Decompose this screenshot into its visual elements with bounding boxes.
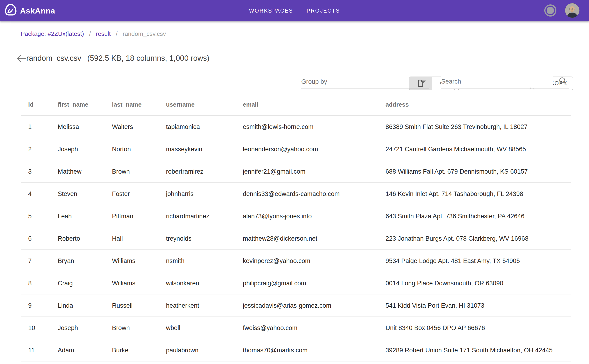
csv-table: id first_name last_name username email a… <box>21 93 571 361</box>
caret-down-icon <box>422 80 426 83</box>
cell-address: 9534 Paige Lodge Apt. 481 East Amy, TX 5… <box>386 250 520 272</box>
cell-address: 24721 Cantrell Gardens Michaelmouth, WV … <box>386 138 526 160</box>
cell-username: johnharris <box>166 183 194 205</box>
group-by-select[interactable]: Group by <box>301 75 429 88</box>
cell-last_name: Pittman <box>112 205 133 228</box>
table-row: 6RobertoHalltreynoldsmatthew28@dickerson… <box>21 228 571 250</box>
breadcrumb-current-file: random_csv.csv <box>123 30 166 38</box>
cell-email: philipcraig@gmail.com <box>243 272 306 294</box>
cell-first_name: Matthew <box>58 160 81 183</box>
cell-username: robertramirez <box>166 160 203 183</box>
user-avatar[interactable] <box>565 3 579 18</box>
group-by-label: Group by <box>301 78 327 85</box>
cell-first_name: Melissa <box>58 116 79 138</box>
table-row: 4StevenFosterjohnharrisdennis33@edwards-… <box>21 183 571 205</box>
cell-first_name: Linda <box>58 294 73 317</box>
nav-workspaces[interactable]: WORKSPACES <box>249 8 293 14</box>
breadcrumb-separator: / <box>89 30 91 38</box>
cell-username: paulabrown <box>166 339 199 361</box>
breadcrumb: Package: #2ZUx(latest) / result / random… <box>21 21 166 46</box>
column-header-address[interactable]: address <box>386 93 409 116</box>
cell-address: Unit 8340 Box 0456 DPO AP 66676 <box>386 317 485 339</box>
cell-username: wilsonkaren <box>166 272 199 294</box>
cell-email: dennis33@edwards-camacho.com <box>243 183 340 205</box>
cell-id: 11 <box>28 339 35 361</box>
cell-username: heatherkent <box>166 294 199 317</box>
ring-icon[interactable] <box>544 4 556 17</box>
cell-address: 223 Jonathan Burgs Apt. 078 Clarkberg, W… <box>386 228 529 250</box>
cell-first_name: Roberto <box>58 228 80 250</box>
brand-name[interactable]: AskAnna <box>20 0 55 21</box>
cell-address: 86389 Smith Flat Suite 263 Trevinoburgh,… <box>386 116 528 138</box>
table-row: 10JosephBrownwbellfweiss@yahoo.comUnit 8… <box>21 317 571 339</box>
cell-id: 1 <box>28 116 32 138</box>
cell-id: 7 <box>28 250 32 272</box>
cell-address: 688 Williams Fall Apt. 679 Dennismouth, … <box>386 160 528 183</box>
cell-last_name: Brown <box>112 160 130 183</box>
askanna-hood-icon[interactable] <box>3 3 18 18</box>
cell-email: alan73@lyons-jones.info <box>243 205 312 228</box>
cell-first_name: Steven <box>58 183 77 205</box>
arrow-left-icon[interactable] <box>16 53 26 64</box>
cell-first_name: Bryan <box>58 250 74 272</box>
search-input[interactable] <box>441 75 553 87</box>
table-header-row: id first_name last_name username email a… <box>21 93 571 116</box>
cell-username: treynolds <box>166 228 192 250</box>
cell-id: 10 <box>28 317 35 339</box>
table-row: 8CraigWilliamswilsonkarenphilipcraig@gma… <box>21 272 571 294</box>
cell-address: 39289 Robert Union Suite 171 South Micha… <box>386 339 552 361</box>
table-row: 9LindaRussellheatherkentjessicadavis@ari… <box>21 294 571 317</box>
cell-email: esmith@lewis-horne.com <box>243 116 314 138</box>
cell-first_name: Joseph <box>58 138 78 160</box>
cell-last_name: Williams <box>112 272 136 294</box>
cell-id: 8 <box>28 272 32 294</box>
cell-username: richardmartinez <box>166 205 209 228</box>
cell-last_name: Brown <box>112 317 130 339</box>
table-row: 7BryanWilliamsnsmithkevinperez@yahoo.com… <box>21 250 571 272</box>
table-row: 11AdamBurkepaulabrownthomas70@marks.com3… <box>21 339 571 361</box>
search-field <box>441 75 569 88</box>
cell-id: 9 <box>28 294 32 317</box>
file-title-row: random_csv.csv (592.5 KB, 18 columns, 1,… <box>11 46 580 70</box>
column-header-id[interactable]: id <box>28 93 33 116</box>
breadcrumb-result-link[interactable]: result <box>96 30 111 38</box>
cell-id: 2 <box>28 138 32 160</box>
app-bar: AskAnna WORKSPACES PROJECTS <box>0 0 589 21</box>
cell-address: 541 Kidd Vista Port Evan, HI 31073 <box>386 294 484 317</box>
cell-first_name: Adam <box>58 339 74 361</box>
cell-username: nsmith <box>166 250 185 272</box>
search-icon[interactable] <box>557 76 568 87</box>
nav-projects[interactable]: PROJECTS <box>307 8 340 14</box>
column-header-email[interactable]: email <box>243 93 258 116</box>
cell-address: 146 Kevin Inlet Apt. 714 Tashaborough, F… <box>386 183 523 205</box>
cell-last_name: Foster <box>112 183 130 205</box>
content-card: Package: #2ZUx(latest) / result / random… <box>11 21 580 364</box>
cell-username: wbell <box>166 317 180 339</box>
cell-last_name: Burke <box>112 339 129 361</box>
cell-first_name: Craig <box>58 272 73 294</box>
cell-id: 4 <box>28 183 32 205</box>
main-nav: WORKSPACES PROJECTS <box>249 0 340 21</box>
table-row: 5LeahPittmanrichardmartinezalan73@lyons-… <box>21 205 571 228</box>
cell-email: leonanderson@yahoo.com <box>243 138 318 160</box>
column-header-first-name[interactable]: first_name <box>58 93 88 116</box>
file-name: random_csv.csv <box>26 54 81 63</box>
table-body: 1MelissaWalterstapiamonicaesmith@lewis-h… <box>21 116 571 361</box>
breadcrumb-package-link[interactable]: Package: #2ZUx(latest) <box>21 30 84 38</box>
column-header-last-name[interactable]: last_name <box>112 93 142 116</box>
cell-id: 3 <box>28 160 32 183</box>
cell-last_name: Walters <box>112 116 133 138</box>
table-row: 1MelissaWalterstapiamonicaesmith@lewis-h… <box>21 116 571 138</box>
cell-email: jessicadavis@arias-gomez.com <box>243 294 331 317</box>
table-row: 3MatthewBrownrobertramirezjennifer21@gma… <box>21 160 571 183</box>
cell-first_name: Leah <box>58 205 72 228</box>
cell-id: 5 <box>28 205 32 228</box>
cell-email: matthew28@dickerson.net <box>243 228 317 250</box>
cell-last_name: Williams <box>112 250 136 272</box>
cell-address: 0014 Long Place Downsmouth, OR 63090 <box>386 272 503 294</box>
column-header-username[interactable]: username <box>166 93 195 116</box>
cell-id: 6 <box>28 228 32 250</box>
cell-email: kevinperez@yahoo.com <box>243 250 310 272</box>
cell-last_name: Norton <box>112 138 131 160</box>
cell-username: masseykevin <box>166 138 202 160</box>
